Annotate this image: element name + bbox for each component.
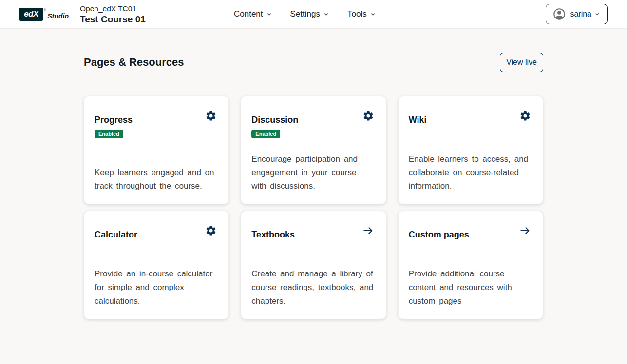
view-live-button[interactable]: View live (500, 53, 543, 72)
resource-card[interactable]: Progress Enabled Keep learners engaged a… (84, 96, 229, 204)
nav-item-tools[interactable]: Tools (347, 9, 377, 19)
card-description: Keep learners engaged and on track throu… (95, 166, 217, 193)
header: edX® Studio Open_edX TC01 Test Course 01… (0, 0, 627, 29)
card-description: Enable learners to access, and collabora… (409, 152, 531, 193)
nav-item-settings[interactable]: Settings (290, 9, 330, 19)
arrow-forward-icon[interactable] (519, 225, 531, 237)
resource-card[interactable]: Discussion Enabled Encourage participati… (241, 96, 386, 204)
card-title: Wiki (409, 115, 427, 125)
settings-icon[interactable] (519, 110, 531, 122)
nav-item-label: Content (234, 9, 263, 19)
chevron-down-icon (266, 11, 273, 18)
card-description: Provide an in-course calculator for simp… (95, 267, 217, 308)
main-content: Pages & Resources View live Progress Ena… (84, 53, 543, 319)
username: sarina (570, 10, 591, 18)
resource-card[interactable]: Wiki Enable learners to access, and coll… (398, 96, 543, 204)
nav-item-label: Settings (290, 9, 320, 19)
resource-card[interactable]: Calculator Provide an in-course calculat… (84, 211, 229, 319)
settings-icon[interactable] (205, 110, 217, 122)
card-description: Encourage participation and engagement i… (251, 152, 374, 193)
chevron-down-icon (323, 11, 330, 18)
main-nav: ContentSettingsTools (234, 0, 394, 28)
edx-studio-logo[interactable]: edX® Studio (19, 8, 69, 21)
chevron-down-icon (369, 11, 377, 18)
settings-icon[interactable] (205, 225, 217, 237)
resource-card[interactable]: Textbooks Create and manage a library of… (241, 211, 386, 319)
resource-card[interactable]: Custom pages Provide additional course c… (398, 211, 543, 319)
nav-item-content[interactable]: Content (234, 9, 273, 19)
user-menu-button[interactable]: sarina (546, 4, 608, 24)
card-title: Calculator (95, 230, 137, 240)
header-divider (224, 0, 224, 28)
card-title: Progress (95, 115, 133, 125)
avatar-icon (552, 7, 566, 21)
studio-label: Studio (47, 12, 69, 20)
card-description: Create and manage a library of course re… (251, 267, 374, 308)
course-title: Test Course 01 (80, 14, 146, 25)
nav-item-label: Tools (347, 9, 367, 19)
enabled-badge: Enabled (251, 130, 280, 138)
edx-logo: edX (19, 8, 43, 21)
arrow-forward-icon[interactable] (362, 225, 374, 237)
card-description: Provide additional course content and re… (409, 267, 531, 308)
chevron-down-icon (594, 11, 601, 18)
enabled-badge: Enabled (95, 130, 123, 138)
card-title: Discussion (251, 115, 298, 125)
page-title: Pages & Resources (84, 56, 184, 69)
card-title: Textbooks (251, 230, 295, 240)
course-org: Open_edX TC01 (80, 3, 146, 14)
cards-grid: Progress Enabled Keep learners engaged a… (84, 96, 543, 319)
registered-mark: ® (44, 8, 46, 11)
settings-icon[interactable] (362, 110, 374, 122)
course-info: Open_edX TC01 Test Course 01 (80, 3, 146, 25)
card-title: Custom pages (409, 230, 469, 240)
